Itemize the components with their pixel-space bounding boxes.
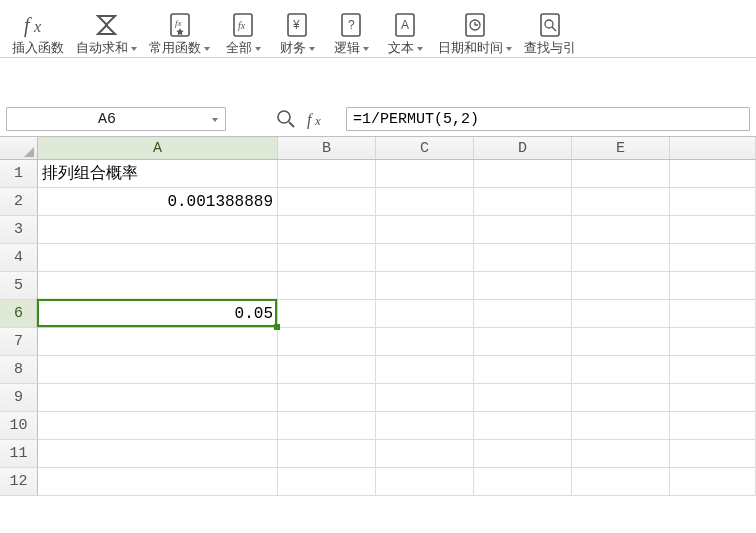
cell-B8[interactable] [278, 356, 376, 384]
row-header-1[interactable]: 1 [0, 160, 38, 188]
common-functions-button[interactable]: fx 常用函数 [143, 0, 216, 56]
row-header-6[interactable]: 6 [0, 300, 38, 328]
cell-E5[interactable] [572, 272, 670, 300]
row-header-4[interactable]: 4 [0, 244, 38, 272]
cell-C2[interactable] [376, 188, 474, 216]
cell-E12[interactable] [572, 468, 670, 496]
cell-B1[interactable] [278, 160, 376, 188]
name-box-dropdown[interactable] [207, 117, 221, 121]
cell-D8[interactable] [474, 356, 572, 384]
formula-input[interactable]: =1/PERMUT(5,2) [346, 107, 750, 131]
cell-B11[interactable] [278, 440, 376, 468]
cell-extra[interactable] [670, 216, 756, 244]
cell-extra[interactable] [670, 412, 756, 440]
row-header-2[interactable]: 2 [0, 188, 38, 216]
cell-E9[interactable] [572, 384, 670, 412]
column-header-B[interactable]: B [278, 137, 376, 159]
cell-B6[interactable] [278, 300, 376, 328]
insert-function-button[interactable]: f x 插入函数 [6, 0, 70, 56]
cell-E1[interactable] [572, 160, 670, 188]
cell-C10[interactable] [376, 412, 474, 440]
cell-E8[interactable] [572, 356, 670, 384]
cell-E2[interactable] [572, 188, 670, 216]
cell-C3[interactable] [376, 216, 474, 244]
cell-A4[interactable] [38, 244, 278, 272]
column-header-extra[interactable] [670, 137, 756, 159]
row-header-11[interactable]: 11 [0, 440, 38, 468]
cell-B7[interactable] [278, 328, 376, 356]
text-functions-button[interactable]: A 文本 [378, 0, 432, 56]
cell-A7[interactable] [38, 328, 278, 356]
row-header-10[interactable]: 10 [0, 412, 38, 440]
all-functions-button[interactable]: fx 全部 [216, 0, 270, 56]
cell-A8[interactable] [38, 356, 278, 384]
row-header-12[interactable]: 12 [0, 468, 38, 496]
cell-E11[interactable] [572, 440, 670, 468]
cell-A1[interactable]: 排列组合概率 [38, 160, 278, 188]
financial-functions-button[interactable]: ¥ 财务 [270, 0, 324, 56]
cell-extra[interactable] [670, 188, 756, 216]
cell-extra[interactable] [670, 468, 756, 496]
row-header-9[interactable]: 9 [0, 384, 38, 412]
cell-extra[interactable] [670, 160, 756, 188]
cell-D10[interactable] [474, 412, 572, 440]
autosum-button[interactable]: 自动求和 [70, 0, 143, 56]
cell-C12[interactable] [376, 468, 474, 496]
date-time-functions-button[interactable]: 日期和时间 [432, 0, 518, 56]
column-header-A[interactable]: A [38, 137, 278, 159]
cell-A6[interactable]: 0.05 [38, 300, 278, 328]
cell-B5[interactable] [278, 272, 376, 300]
cell-C7[interactable] [376, 328, 474, 356]
lookup-functions-button[interactable]: 查找与引 [518, 0, 582, 56]
cell-B4[interactable] [278, 244, 376, 272]
cell-C8[interactable] [376, 356, 474, 384]
select-all-corner[interactable] [0, 137, 38, 159]
cell-D3[interactable] [474, 216, 572, 244]
cell-C6[interactable] [376, 300, 474, 328]
cell-D1[interactable] [474, 160, 572, 188]
cell-C9[interactable] [376, 384, 474, 412]
cell-extra[interactable] [670, 384, 756, 412]
cell-D5[interactable] [474, 272, 572, 300]
cell-extra[interactable] [670, 300, 756, 328]
cell-D7[interactable] [474, 328, 572, 356]
column-header-E[interactable]: E [572, 137, 670, 159]
row-header-8[interactable]: 8 [0, 356, 38, 384]
cell-C4[interactable] [376, 244, 474, 272]
cell-extra[interactable] [670, 356, 756, 384]
cell-B2[interactable] [278, 188, 376, 216]
cell-C5[interactable] [376, 272, 474, 300]
cell-B9[interactable] [278, 384, 376, 412]
cell-extra[interactable] [670, 272, 756, 300]
cell-D6[interactable] [474, 300, 572, 328]
cell-extra[interactable] [670, 328, 756, 356]
column-header-C[interactable]: C [376, 137, 474, 159]
row-header-7[interactable]: 7 [0, 328, 38, 356]
cell-B12[interactable] [278, 468, 376, 496]
zoom-formula-icon[interactable] [276, 109, 296, 129]
cell-D12[interactable] [474, 468, 572, 496]
cell-D9[interactable] [474, 384, 572, 412]
cell-extra[interactable] [670, 440, 756, 468]
cell-A11[interactable] [38, 440, 278, 468]
row-header-3[interactable]: 3 [0, 216, 38, 244]
cell-C11[interactable] [376, 440, 474, 468]
cell-extra[interactable] [670, 244, 756, 272]
cell-B3[interactable] [278, 216, 376, 244]
cells-area[interactable]: 排列组合概率0.0013888890.05 [38, 160, 756, 496]
cell-E7[interactable] [572, 328, 670, 356]
name-box[interactable]: A6 [6, 107, 226, 131]
cell-E3[interactable] [572, 216, 670, 244]
cell-A5[interactable] [38, 272, 278, 300]
cell-B10[interactable] [278, 412, 376, 440]
cell-A12[interactable] [38, 468, 278, 496]
logical-functions-button[interactable]: ? 逻辑 [324, 0, 378, 56]
cell-C1[interactable] [376, 160, 474, 188]
cell-E10[interactable] [572, 412, 670, 440]
cell-A3[interactable] [38, 216, 278, 244]
cell-D11[interactable] [474, 440, 572, 468]
cell-E6[interactable] [572, 300, 670, 328]
cell-A9[interactable] [38, 384, 278, 412]
cell-A2[interactable]: 0.001388889 [38, 188, 278, 216]
cell-D2[interactable] [474, 188, 572, 216]
